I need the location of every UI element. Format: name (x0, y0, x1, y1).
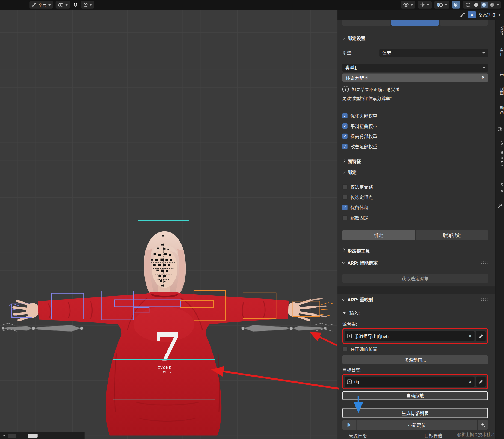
checkbox-label: 保留体积 (350, 204, 368, 211)
engine-select[interactable]: 体素 (379, 49, 488, 57)
checkbox-in-place[interactable] (342, 346, 348, 351)
gizmos-dropdown[interactable] (418, 1, 432, 9)
sidebar-tab-daz-importer[interactable]: DAZ Importer (495, 139, 504, 166)
proportional-editing-dropdown[interactable] (81, 1, 94, 9)
checkbox-smooth-twist[interactable] (342, 123, 348, 129)
checkbox-label: 提高臀部权重 (350, 133, 377, 139)
retarget-row: 重新定位 (342, 420, 488, 430)
header-right-group (401, 1, 501, 9)
checkbox-foot-weight[interactable] (342, 144, 348, 149)
checkbox-label: 平滑扭曲权重 (350, 123, 377, 129)
sidebar-tab-vrm[interactable]: VRM (495, 26, 504, 36)
input-row[interactable]: 输入: (342, 309, 488, 317)
target-bones-label: 目标骨骼: (424, 432, 444, 439)
engine-row: 引擎: 体素 (342, 49, 488, 57)
sidebar-tab-item[interactable]: 条目 (495, 48, 504, 57)
sidebar-panel: 绑定设置 引擎: 体素 类型1 体素分辨率 8 如果结果不正确，请尝试 (337, 10, 495, 439)
play-icon (347, 423, 351, 427)
triangle-down-icon (342, 312, 346, 314)
auto-scale-row: 自动缩放 (342, 391, 488, 400)
checkbox-label: 改善足部权重 (350, 143, 377, 150)
chevron-down-icon (342, 36, 345, 39)
orientation-label: 全局 (38, 2, 47, 8)
overlays-dropdown[interactable] (434, 1, 449, 9)
clear-icon[interactable] (468, 334, 472, 339)
get-selected-row: 获取选定对象 (342, 274, 488, 283)
type-row: 类型1 (342, 64, 488, 72)
sidebar-tab-mhx[interactable]: MHX (495, 183, 504, 193)
shading-solid-button[interactable] (473, 2, 480, 8)
right-hand (287, 302, 300, 317)
pose-options-label[interactable]: 姿态选项 (479, 12, 495, 18)
sidebar-tab-animation[interactable]: 动画 (495, 106, 504, 115)
target-armature-label-row: 目标骨架: (342, 367, 488, 373)
sidebar-tab-tools[interactable] (495, 204, 504, 208)
arp-remap-header[interactable]: ARP: 重映射 (342, 295, 488, 304)
multi-source-button[interactable]: 多源动画... (342, 355, 488, 364)
header-left-group: 全局 (29, 1, 94, 9)
checkbox-optimize-head[interactable] (342, 113, 348, 118)
shape-keys-header[interactable]: 形态键工具 (342, 247, 488, 255)
checkbox-hip-weight[interactable] (342, 134, 348, 139)
option-row: 仅选定顶点 (342, 193, 488, 201)
transform-orientation-dropdown[interactable]: 全局 (29, 1, 53, 9)
unbind-button[interactable]: 取消绑定 (416, 230, 488, 240)
eyedropper-button[interactable] (476, 377, 486, 387)
sidebar-tab-globe[interactable] (495, 127, 504, 132)
mirror-x-toggle[interactable]: X (468, 11, 476, 18)
checkbox-only-selected-bones[interactable] (342, 184, 348, 190)
type-select[interactable]: 类型1 (342, 64, 488, 72)
bind-section-header[interactable]: 绑定 (342, 168, 488, 176)
chevron-right-icon (342, 248, 345, 252)
shading-rendered-button[interactable] (488, 2, 496, 8)
arp-smart-title: ARP: 智能绑定 (348, 259, 378, 266)
rig-settings-header[interactable]: 绑定设置 (342, 34, 488, 43)
view-object-types-dropdown[interactable] (401, 1, 415, 9)
voxel-resolution-slider[interactable]: 体素分辨率 8 (342, 74, 488, 82)
wireframe-globe-icon (466, 2, 471, 7)
snap-toggle[interactable] (73, 2, 78, 7)
snap-target-dropdown[interactable] (56, 1, 70, 9)
watermark: @稀土掘金技术社区 (457, 431, 495, 437)
source-armature-field[interactable]: 乐道师导出的bvh (345, 331, 475, 341)
panel-grip-icon[interactable] (481, 261, 488, 264)
checkbox-only-selected-verts[interactable] (342, 195, 348, 200)
source-armature-value: 乐道师导出的bvh (354, 333, 466, 339)
magnet-icon (73, 2, 78, 7)
sidebar-tab-tool[interactable]: 工具 (495, 67, 504, 76)
shape-keys-title: 形态键工具 (348, 248, 370, 254)
option-row: 缩放固定 (342, 214, 488, 222)
bind-button[interactable]: 绑定 (342, 230, 415, 240)
auto-scale-button[interactable]: 自动缩放 (342, 391, 488, 400)
retarget-play-button[interactable] (342, 420, 356, 430)
resolution-value: 8 (482, 75, 484, 80)
face-features-header[interactable]: 面特征 (342, 157, 488, 165)
panel-grip-icon[interactable] (481, 298, 488, 301)
shading-wireframe-button[interactable] (464, 2, 472, 8)
retarget-presets-button[interactable] (478, 420, 488, 430)
target-armature-field[interactable]: rig (345, 377, 475, 387)
chevron-down-icon (48, 4, 51, 6)
shading-material-button[interactable] (481, 2, 488, 8)
eyedropper-button[interactable] (476, 331, 486, 341)
arp-smart-header[interactable]: ARP: 智能绑定 (342, 259, 488, 267)
chevron-down-icon[interactable] (3, 435, 5, 437)
clear-icon[interactable] (468, 379, 472, 384)
sidebar-tab-view[interactable]: 视图 (495, 87, 504, 95)
build-bones-list-button[interactable]: 生成骨骼列表 (342, 408, 488, 418)
chevron-down-icon (444, 4, 447, 6)
chevron-down-icon (342, 297, 345, 301)
xray-toggle[interactable] (452, 1, 460, 9)
info-row-1: 如果结果不正确，请尝试 (342, 85, 488, 93)
viewport-header-bar: 全局 (0, 0, 504, 10)
eyedropper-icon (478, 334, 483, 339)
timeline-active-button[interactable] (28, 434, 37, 438)
retarget-button[interactable]: 重新定位 (357, 420, 477, 430)
get-selected-button[interactable]: 获取选定对象 (342, 274, 488, 283)
checkbox-scale-fix[interactable] (342, 215, 348, 220)
option-row: 改善足部权重 (342, 143, 488, 150)
checkbox-preserve-volume[interactable] (342, 205, 348, 210)
info-line1: 如果结果不正确，请尝试 (352, 86, 399, 93)
3d-viewport[interactable]: 7 ♥ EVOKE I LOVE 7 (0, 10, 337, 439)
timeline-button[interactable] (8, 434, 16, 438)
